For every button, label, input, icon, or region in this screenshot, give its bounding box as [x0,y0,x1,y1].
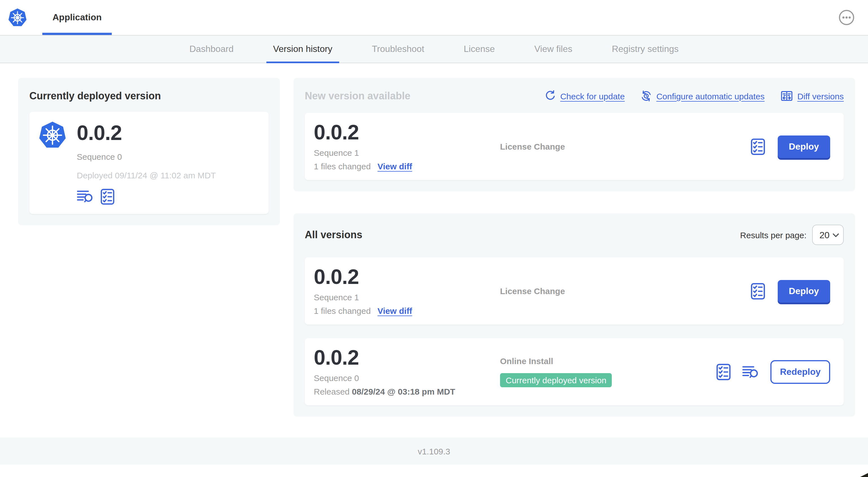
app-tab-application[interactable]: Application [42,0,112,35]
new-version-title: New version available [305,89,410,103]
version-info: 0.0.2 Sequence 1 1 files changed View di… [314,122,500,171]
deployed-timestamp: Deployed 09/11/24 @ 11:02 am MDT [77,170,216,180]
new-version-row: 0.0.2 Sequence 1 1 files changed View di… [305,113,844,180]
app-footer: v1.109.3 [0,438,868,465]
kubernetes-app-icon [38,121,67,149]
version-history-list: 0.0.2 Sequence 1 1 files changed View di… [305,258,844,405]
version-number: 0.0.2 [314,122,500,143]
files-changed-label: 1 files changed [314,306,371,316]
version-sequence: Sequence 1 [314,148,500,157]
results-per-page-label: Results per page: [740,230,806,240]
ellipsis-icon [839,9,855,25]
deployed-version-number: 0.0.2 [77,122,216,145]
logs-icon[interactable] [77,190,94,203]
release-notes-label: License Change [500,141,565,151]
kubernetes-logo-icon [8,8,27,27]
logs-icon[interactable] [742,365,759,379]
version-number: 0.0.2 [314,266,500,287]
version-info: 0.0.2 Sequence 0 Released 08/29/24 @ 03:… [314,347,500,396]
all-versions-panel: All versions Results per page: 20 [293,213,855,417]
right-column: New version available Check for update [293,78,855,417]
more-menu-button[interactable] [839,9,855,25]
configure-automatic-updates-link[interactable]: Configure automatic updates [641,90,765,101]
version-info: 0.0.2 Sequence 1 1 files changed View di… [314,266,500,316]
deploy-button[interactable]: Deploy [777,135,830,158]
deploy-button[interactable]: Deploy [777,280,830,302]
version-number: 0.0.2 [314,347,500,368]
view-diff-link[interactable]: View diff [378,306,412,316]
results-per-page: Results per page: 20 [740,225,844,245]
app-header: Application [0,0,868,35]
currently-deployed-badge: Currently deployed version [500,373,612,387]
deployed-sequence: Sequence 0 [77,152,216,161]
app-tab-label: Application [53,12,101,23]
app-subnav: Dashboard Version history Troubleshoot L… [0,35,868,63]
kots-admin-console: Application Dashboard Version history Tr… [0,0,868,477]
auto-update-clock-icon [641,90,652,101]
check-for-update-link[interactable]: Check for update [544,90,625,101]
version-sequence: Sequence 1 [314,292,500,302]
refresh-icon [544,90,556,101]
results-per-page-select[interactable]: 20 [812,225,844,245]
version-row-sequence-0: 0.0.2 Sequence 0 Released 08/29/24 @ 03:… [305,338,844,405]
currently-deployed-panel: Currently deployed version [18,78,280,225]
diff-versions-link[interactable]: Diff versions [780,90,844,102]
version-sequence: Sequence 0 [314,373,500,383]
version-row-sequence-1: 0.0.2 Sequence 1 1 files changed View di… [305,258,844,325]
currently-deployed-title: Currently deployed version [29,89,269,103]
deployed-actions [77,188,216,205]
install-source-label: Online Install [500,356,716,366]
preflight-checks-icon[interactable] [100,188,115,205]
tab-dashboard[interactable]: Dashboard [183,35,241,63]
redeploy-button[interactable]: Redeploy [770,360,830,384]
tab-version-history[interactable]: Version history [267,35,339,63]
preflight-checks-icon[interactable] [716,363,731,380]
app-tab-active-underline [42,33,112,35]
release-notes-label: License Change [500,286,565,296]
version-actions-links: Check for update Configure a [544,90,844,102]
main-content: Currently deployed version [0,63,868,417]
cursor-artifact [860,473,868,477]
tab-license[interactable]: License [457,35,501,63]
view-diff-link[interactable]: View diff [378,161,412,171]
deployed-version-card: 0.0.2 Sequence 0 Deployed 09/11/24 @ 11:… [29,112,269,214]
diff-icon [780,90,793,102]
preflight-checks-icon[interactable] [750,282,765,299]
tab-view-files[interactable]: View files [528,35,579,63]
files-changed-label: 1 files changed [314,161,371,171]
tab-registry-settings[interactable]: Registry settings [605,35,685,63]
all-versions-title: All versions [305,228,362,242]
released-timestamp: Released 08/29/24 @ 03:18 pm MDT [314,387,500,396]
console-version: v1.109.3 [417,446,450,456]
new-version-panel: New version available Check for update [293,78,855,191]
preflight-checks-icon[interactable] [750,138,765,155]
tab-troubleshoot[interactable]: Troubleshoot [365,35,431,63]
deployed-version-details: 0.0.2 Sequence 0 Deployed 09/11/24 @ 11:… [77,121,216,205]
